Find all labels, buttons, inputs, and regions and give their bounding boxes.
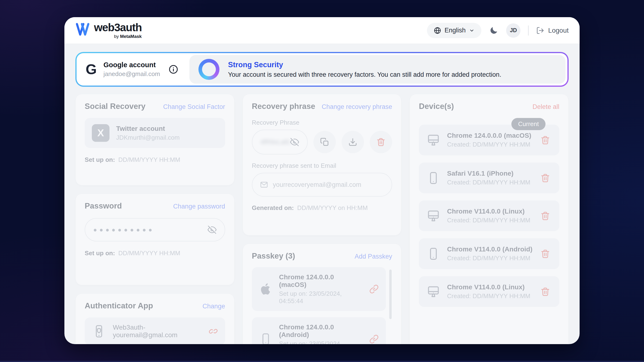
password-card: Password Change password ●●●●●●●●●● Set … [75,194,234,285]
device-row: Chrome V114.0.0 (Linux) Created: DD/MM/Y… [419,276,559,307]
passkey-row: Chrome 124.0.0.0 (macOS) Set up on: 23/0… [252,267,386,311]
app-window: web3auth by MetaMask English JD Logout [64,17,580,344]
header-divider [528,25,528,35]
recovery-phrase-title: Recovery phrase [252,102,315,111]
toggle-phrase-visibility-icon[interactable] [290,137,299,147]
trash-icon[interactable] [540,135,550,145]
logout-button[interactable]: Logout [536,26,569,34]
brand-byline: by MetaMask [114,34,142,39]
unlink-icon[interactable] [208,327,218,336]
language-selector[interactable]: English [427,23,482,38]
device-name: Chrome 124.0.0.0 (macOS) [447,132,531,139]
social-account-name: Twitter account [116,125,180,132]
device-name: Chrome V114.0.0 (Linux) [447,208,530,215]
device-row: Chrome V114.0.0 (Android) Created: DD/MM… [419,238,559,269]
passkey-name: Chrome 124.0.0.0 (Android) [279,323,363,339]
toggle-password-visibility-icon[interactable] [208,225,216,234]
link-icon[interactable] [369,284,379,294]
passkey-title: Passkey (3) [252,251,295,261]
passkey-name: Chrome 124.0.0.0 (macOS) [279,273,363,289]
authenticator-phone-shield-icon [92,324,106,339]
trash-icon [376,137,386,147]
download-icon [348,137,358,147]
security-status-banner: G Google account janedoe@gmail.com Stron… [75,52,569,87]
device-name: Chrome V114.0.0 (Android) [447,246,532,253]
brand-name: web3auth [94,22,142,33]
recovery-email-value: yourrecoveryemail@gmail.com [273,181,361,189]
devices-title: Device(s) [419,102,454,111]
device-created: Created: DD/MM/YYY HH:MM [447,179,530,186]
authenticator-email: Web3auth-youremail@gmal.com [113,324,202,339]
device-row: Chrome V114.0.0 (Linux) Created: DD/MM/Y… [419,200,559,231]
device-list: Chrome 124.0.0.0 (macOS) Created: DD/MM/… [419,125,559,307]
connected-account: G Google account janedoe@gmail.com [76,53,188,85]
setup-label: Set up on: [85,156,115,163]
generated-label: Generated on: [252,204,294,212]
trash-icon[interactable] [540,287,550,297]
globe-icon [434,27,441,34]
trash-icon[interactable] [540,211,550,221]
desktop-icon [426,285,440,299]
desktop-icon [426,133,440,147]
passkey-detail: Set up on: 23/05/2024, 04:55:44 [279,290,363,305]
top-header: web3auth by MetaMask English JD Logout [64,17,580,44]
dark-mode-toggle-moon-icon[interactable] [489,26,498,35]
delete-all-link[interactable]: Delete all [532,103,559,111]
passkey-card: Passkey (3) Add Passkey Chrome 124.0.0.0… [242,244,402,344]
info-icon[interactable] [168,64,178,74]
desktop-icon [426,209,440,223]
phone-icon [259,333,272,344]
cards-grid: Social Recovery Change Social Factor X T… [75,94,569,344]
phone-icon [426,171,440,185]
account-provider-title: Google account [104,61,160,69]
delete-phrase-button[interactable] [370,131,392,153]
device-name: Chrome V114.0.0 (Linux) [447,283,530,291]
scrollbar-thumb[interactable] [389,270,392,319]
security-ring-icon [198,59,220,80]
password-mask: ●●●●●●●●●● [93,226,154,234]
recovery-email-label: Recovery phrase sent to Email [252,162,392,169]
copy-icon [320,137,330,147]
main-content: G Google account janedoe@gmail.com Stron… [64,44,580,344]
add-passkey-link[interactable]: Add Passkey [355,253,392,260]
apple-icon [259,282,272,296]
recovery-phrase-label: Recovery Phrase [252,119,392,126]
security-status-description: Your account is secured with three recov… [228,71,501,78]
setup-label: Set up on: [85,250,115,257]
devices-card: Device(s) Delete all Chrome 124.0.0.0 (m… [410,94,569,344]
setup-value: DD/MM/YYYY HH:MM [118,250,180,257]
account-email: janedoe@gmail.com [104,70,160,78]
passkey-list: Chrome 124.0.0.0 (macOS) Set up on: 23/0… [252,267,392,344]
x-twitter-icon: X [92,124,110,142]
link-icon[interactable] [369,334,379,344]
google-g-icon: G [86,62,97,76]
recovery-phrase-field[interactable]: 4fR9xLa82Hq6Jm [252,130,308,154]
authenticator-card: Authenticator App Change Web3auth-yourem… [75,293,234,344]
authenticator-title: Authenticator App [85,301,153,310]
device-created: Created: DD/MM/YYY HH:MM [447,255,532,262]
social-recovery-title: Social Recovery [85,102,146,111]
generated-value: DD/MM/YYYY on HH:MM [297,204,368,212]
change-authenticator-link[interactable]: Change [202,303,225,310]
phone-icon [426,247,440,261]
download-phrase-button[interactable] [342,131,364,153]
authenticator-row: Web3auth-youremail@gmal.com [85,318,225,344]
change-social-factor-link[interactable]: Change Social Factor [163,103,225,111]
recovery-email-field[interactable]: yourrecoveryemail@gmail.com [252,173,392,197]
language-label: English [444,27,466,34]
brand-logo: web3auth by MetaMask [75,22,142,39]
change-password-link[interactable]: Change password [173,203,225,210]
logout-icon [536,26,544,34]
trash-icon[interactable] [540,249,550,259]
trash-icon[interactable] [540,173,550,183]
avatar[interactable]: JD [506,23,520,38]
change-recovery-phrase-link[interactable]: Change recovery phrase [322,103,392,111]
device-created: Created: DD/MM/YYY HH:MM [447,141,531,148]
current-device-badge: Current [512,118,546,130]
device-created: Created: DD/MM/YYY HH:MM [447,217,530,224]
password-title: Password [85,201,122,210]
web3auth-logo-icon [75,23,91,36]
copy-phrase-button[interactable] [314,131,336,153]
password-field[interactable]: ●●●●●●●●●● [85,218,225,241]
mail-icon [260,181,268,189]
